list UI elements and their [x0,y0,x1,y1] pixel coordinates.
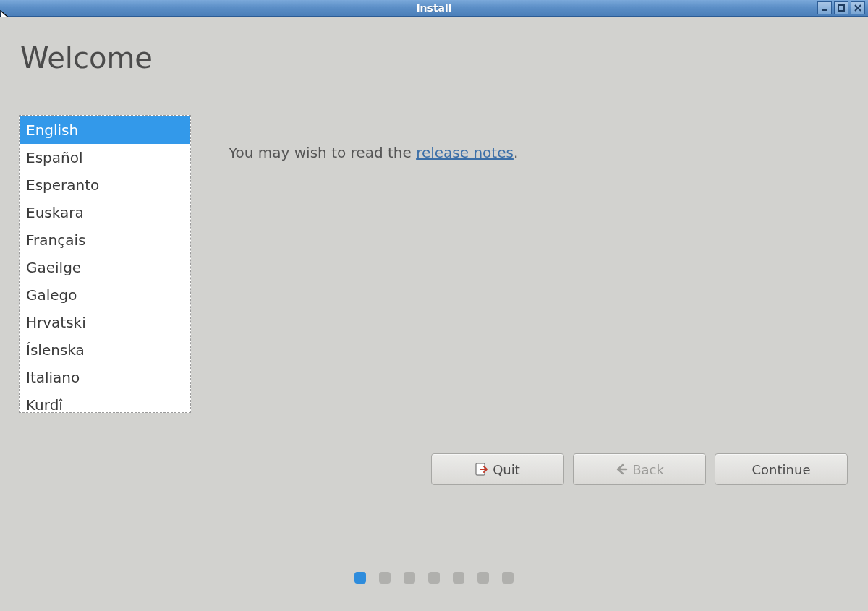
release-notes-prefix: You may wish to read the [229,144,416,161]
language-option[interactable]: Galego [20,281,190,309]
language-option[interactable]: Esperanto [20,171,190,199]
language-option[interactable]: Español [20,144,190,171]
progress-dot [477,572,489,584]
language-option[interactable]: Íslenska [20,336,190,364]
close-button[interactable] [851,1,865,14]
page-heading: Welcome [20,41,153,74]
svg-rect-0 [822,9,827,11]
maximize-icon [838,4,845,12]
language-list[interactable]: EnglishEspañolEsperantoEuskaraFrançaisGa… [19,115,191,413]
language-option[interactable]: English [20,116,190,144]
language-option[interactable]: Gaeilge [20,254,190,281]
maximize-button[interactable] [834,1,848,14]
continue-button[interactable]: Continue [715,453,848,485]
window-body: Welcome EnglishEspañolEsperantoEuskaraFr… [0,17,868,611]
progress-dot [453,572,464,584]
back-arrow-icon [615,463,628,476]
svg-rect-1 [838,5,844,11]
progress-dot [379,572,391,584]
release-notes-text: You may wish to read the release notes. [229,144,518,161]
back-label: Back [632,462,664,477]
minimize-icon [821,4,828,12]
window-titlebar: Install [0,0,868,17]
language-option[interactable]: Kurdî [20,391,190,411]
minimize-button[interactable] [817,1,832,14]
language-option[interactable]: Italiano [20,364,190,391]
close-icon [854,4,861,12]
release-notes-suffix: . [514,144,518,161]
language-option[interactable]: Hrvatski [20,309,190,336]
quit-icon [475,463,488,476]
progress-dot [404,572,415,584]
action-button-row: Quit Back Continue [431,453,848,485]
language-option[interactable]: Français [20,226,190,254]
language-option[interactable]: Euskara [20,199,190,226]
quit-label: Quit [493,462,520,477]
progress-dot [354,572,366,584]
progress-dot [502,572,514,584]
window-title: Install [416,2,451,14]
back-button[interactable]: Back [573,453,706,485]
quit-button[interactable]: Quit [431,453,564,485]
continue-label: Continue [752,462,811,477]
progress-dots [354,572,514,584]
release-notes-link[interactable]: release notes [416,144,514,161]
window-controls [817,1,865,14]
progress-dot [428,572,440,584]
